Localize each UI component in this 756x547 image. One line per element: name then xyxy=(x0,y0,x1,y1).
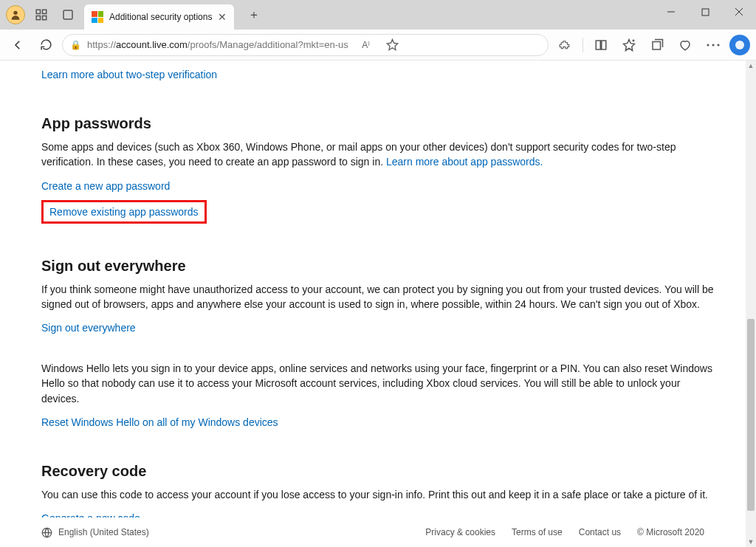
app-passwords-heading: App passwords xyxy=(41,115,715,132)
scroll-down-arrow[interactable]: ▼ xyxy=(746,537,756,547)
collections-icon[interactable] xyxy=(645,33,669,57)
remove-app-passwords-link[interactable]: Remove existing app passwords xyxy=(49,206,199,218)
svg-point-16 xyxy=(712,44,715,46)
svg-rect-14 xyxy=(653,41,661,49)
sign-out-everywhere-link[interactable]: Sign out everywhere xyxy=(41,322,136,334)
tab-actions-icon[interactable] xyxy=(58,4,78,25)
copyright-text: © Microsoft 2020 xyxy=(637,527,704,537)
svg-rect-10 xyxy=(596,41,600,49)
sign-out-section: Sign out everywhere If you think someone… xyxy=(41,258,715,429)
address-bar[interactable]: 🔒 https://account.live.com/proofs/Manage… xyxy=(62,34,549,56)
svg-point-15 xyxy=(707,44,709,46)
svg-rect-3 xyxy=(36,16,40,20)
recovery-code-section: Recovery code You can use this code to a… xyxy=(41,463,715,525)
favorite-star-icon[interactable] xyxy=(381,33,405,57)
favorites-icon[interactable] xyxy=(617,33,641,57)
recovery-body: You can use this code to access your acc… xyxy=(41,487,715,502)
scroll-thumb[interactable] xyxy=(747,319,755,511)
close-tab-icon[interactable]: ✕ xyxy=(218,11,227,23)
svg-point-18 xyxy=(735,41,744,49)
back-button[interactable] xyxy=(6,33,30,57)
page-viewport: Learn more about two-step verification A… xyxy=(0,61,756,547)
scroll-up-arrow[interactable]: ▲ xyxy=(746,61,756,71)
copilot-icon[interactable] xyxy=(729,35,750,55)
learn-app-passwords-link[interactable]: Learn more about app passwords. xyxy=(386,156,543,168)
remove-app-passwords-highlight: Remove existing app passwords xyxy=(41,200,207,224)
sign-out-body: If you think someone might have unauthor… xyxy=(41,282,715,312)
page-footer: English (United States) Privacy & cookie… xyxy=(0,517,746,547)
minimize-button[interactable] xyxy=(654,0,688,24)
settings-more-icon[interactable] xyxy=(701,33,725,57)
refresh-button[interactable] xyxy=(34,33,58,57)
svg-rect-11 xyxy=(602,41,606,49)
app-passwords-body: Some apps and devices (such as Xbox 360,… xyxy=(41,140,715,170)
svg-rect-7 xyxy=(702,9,709,16)
language-link[interactable]: English (United States) xyxy=(58,527,149,537)
extensions-icon[interactable] xyxy=(553,33,577,57)
svg-point-0 xyxy=(13,11,17,15)
read-aloud-icon[interactable]: A⁾ xyxy=(354,33,378,57)
recovery-heading: Recovery code xyxy=(41,463,715,480)
create-app-password-link[interactable]: Create a new app password xyxy=(41,180,170,192)
microsoft-favicon xyxy=(92,11,103,23)
toolbar-divider xyxy=(583,38,583,52)
svg-rect-5 xyxy=(63,10,72,19)
svg-rect-2 xyxy=(43,10,47,13)
workspaces-icon[interactable] xyxy=(31,4,52,25)
new-tab-button[interactable]: ＋ xyxy=(243,4,265,26)
browser-essentials-icon[interactable] xyxy=(673,33,697,57)
browser-tab[interactable]: Additional security options ✕ xyxy=(84,4,234,30)
privacy-link[interactable]: Privacy & cookies xyxy=(425,527,495,537)
sign-out-heading: Sign out everywhere xyxy=(41,258,715,275)
app-passwords-section: App passwords Some apps and devices (suc… xyxy=(41,115,715,224)
globe-icon[interactable] xyxy=(41,527,52,538)
svg-rect-4 xyxy=(43,16,47,20)
contact-link[interactable]: Contact us xyxy=(579,527,621,537)
titlebar: Additional security options ✕ ＋ xyxy=(0,0,756,30)
reset-windows-hello-link[interactable]: Reset Windows Hello on all of my Windows… xyxy=(41,416,278,428)
svg-rect-1 xyxy=(36,10,40,13)
lock-icon: 🔒 xyxy=(70,40,81,50)
svg-point-17 xyxy=(718,44,720,46)
vertical-scrollbar[interactable]: ▲ ▼ xyxy=(746,61,756,547)
url-text: https://account.live.com/proofs/Manage/a… xyxy=(87,39,348,50)
windows-hello-body: Windows Hello lets you sign in to your d… xyxy=(41,361,715,406)
split-screen-icon[interactable] xyxy=(589,33,613,57)
profile-avatar[interactable] xyxy=(6,5,25,24)
browser-toolbar: 🔒 https://account.live.com/proofs/Manage… xyxy=(0,30,756,61)
maximize-button[interactable] xyxy=(688,0,722,24)
close-window-button[interactable] xyxy=(722,0,756,24)
terms-link[interactable]: Terms of use xyxy=(512,527,563,537)
learn-two-step-link[interactable]: Learn more about two-step verification xyxy=(41,69,217,80)
tab-title: Additional security options xyxy=(109,12,212,22)
